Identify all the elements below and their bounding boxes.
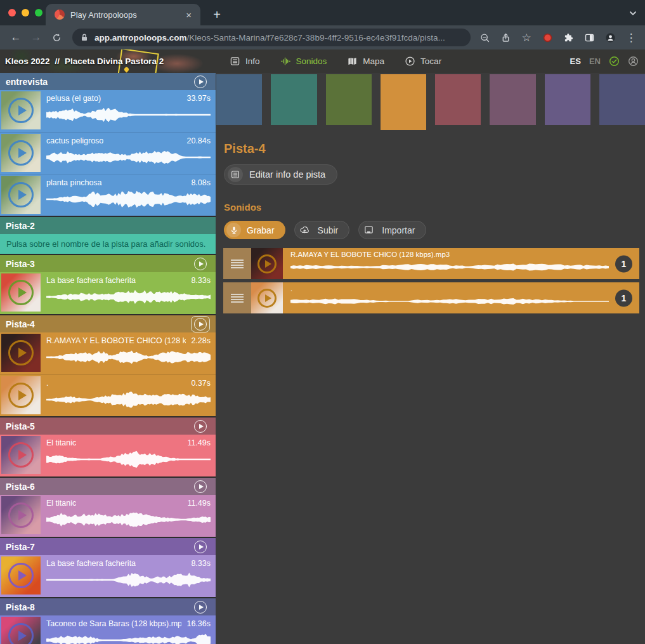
play-overlay-icon[interactable] — [8, 182, 34, 207]
reload-button[interactable] — [47, 28, 66, 47]
play-overlay-icon[interactable] — [8, 442, 34, 468]
forward-button[interactable]: → — [27, 28, 46, 47]
record-extension-icon[interactable] — [538, 28, 556, 47]
track-swatch-4[interactable] — [381, 74, 426, 130]
sound-thumbnail[interactable] — [251, 248, 283, 279]
sidebar-sound-row[interactable]: Taconeo de Sara Baras (128 kbps).mp316.3… — [0, 615, 216, 644]
zoom-out-icon[interactable] — [476, 28, 493, 47]
tab-search-chevron-icon[interactable] — [627, 8, 639, 19]
sidebar-sound-row[interactable]: pelusa (el gato)33.97s — [0, 90, 216, 132]
track-play-button[interactable] — [191, 74, 210, 90]
play-overlay-icon[interactable] — [257, 289, 277, 308]
track-header[interactable]: Pista-2 — [0, 217, 216, 234]
track-play-button[interactable] — [191, 256, 210, 272]
sound-thumbnail[interactable] — [1, 617, 41, 644]
session-check-icon[interactable] — [609, 56, 620, 67]
sidebar-sound-row[interactable]: El titanic11.49s — [0, 495, 216, 537]
browser-menu-icon[interactable]: ⋮ — [622, 28, 640, 47]
track-header[interactable]: Pista-6 — [0, 478, 216, 495]
lang-es-button[interactable]: ES — [570, 56, 581, 66]
play-overlay-icon[interactable] — [8, 140, 34, 166]
close-window-button[interactable] — [8, 9, 16, 16]
play-overlay-icon[interactable] — [8, 340, 34, 365]
track-swatch-8[interactable] — [599, 74, 645, 125]
address-bar[interactable]: app.antropoloops.com/Kleos-Santa-Marina/… — [72, 29, 471, 46]
nav-tab-mapa[interactable]: Mapa — [347, 56, 384, 67]
track-swatch-2[interactable] — [271, 74, 316, 125]
sound-thumbnail[interactable] — [251, 282, 283, 313]
drag-handle[interactable] — [223, 248, 251, 279]
minimize-window-button[interactable] — [22, 9, 29, 16]
sound-thumbnail[interactable] — [1, 176, 41, 214]
sound-thumbnail[interactable] — [1, 436, 41, 474]
play-overlay-icon[interactable] — [8, 623, 34, 644]
browser-tab[interactable]: Play Antropoloops × — [46, 4, 200, 25]
play-overlay-icon[interactable] — [8, 280, 34, 305]
sound-row-body: La base fachera facherita8.33s — [41, 556, 212, 596]
play-overlay-icon[interactable] — [8, 563, 34, 588]
track-sound-row[interactable]: R.AMAYA Y EL BOBOTE CHICO (128 kbps).mp3… — [223, 248, 639, 279]
play-overlay-icon[interactable] — [257, 254, 277, 273]
sidebar-sound-row[interactable]: La base fachera facherita8.33s — [0, 555, 216, 597]
sidebar-sound-row[interactable]: R.AMAYA Y EL BOBOTE CHICO (128 kbps)....… — [0, 332, 216, 374]
sidebar-sound-row[interactable]: .0.37s — [0, 374, 216, 416]
play-overlay-icon[interactable] — [8, 383, 34, 408]
drag-handle[interactable] — [223, 282, 251, 313]
track-play-button[interactable] — [191, 316, 210, 332]
track-header[interactable]: Pista-8 — [0, 598, 216, 615]
record-button[interactable]: Grabar — [224, 221, 285, 239]
account-icon[interactable] — [628, 56, 639, 67]
track-swatch-1[interactable] — [216, 74, 262, 125]
sound-thumbnail[interactable] — [1, 134, 41, 172]
track-sound-row[interactable]: .1 — [223, 282, 639, 313]
play-overlay-icon[interactable] — [8, 503, 34, 528]
nav-tab-tocar[interactable]: Tocar — [405, 56, 441, 67]
sound-row-body: El titanic11.49s — [41, 496, 212, 536]
sound-title: . — [46, 379, 48, 388]
tab-close-icon[interactable]: × — [183, 9, 194, 21]
nav-tab-info[interactable]: Info — [230, 56, 260, 67]
sidebar-sound-row[interactable]: cactus peligroso20.84s — [0, 132, 216, 174]
track-swatch-3[interactable] — [326, 74, 372, 125]
upload-button[interactable]: Subir — [294, 221, 350, 239]
play-overlay-icon[interactable] — [8, 98, 34, 123]
back-button[interactable]: ← — [6, 28, 25, 47]
sound-thumbnail[interactable] — [1, 91, 41, 129]
import-button[interactable]: Importar — [358, 221, 426, 239]
profile-avatar[interactable] — [601, 28, 619, 47]
sidebar-sound-row[interactable]: El titanic11.49s — [0, 435, 216, 476]
track-header[interactable]: Pista-5 — [0, 417, 216, 435]
sound-thumbnail[interactable] — [1, 273, 41, 312]
sound-thumbnail[interactable] — [1, 496, 41, 534]
track-header[interactable]: Pista-4 — [0, 315, 216, 332]
track-swatch-6[interactable] — [490, 74, 535, 125]
extensions-puzzle-icon[interactable] — [559, 28, 577, 47]
track-play-button[interactable] — [191, 599, 210, 615]
sound-title: . — [290, 285, 609, 292]
track-play-button[interactable] — [191, 478, 210, 495]
sidebar-sound-row[interactable]: planta pinchosa8.08s — [0, 174, 216, 216]
share-icon[interactable] — [497, 28, 514, 47]
new-tab-button[interactable]: + — [208, 6, 226, 23]
track-play-button[interactable] — [191, 418, 210, 435]
fullscreen-window-button[interactable] — [35, 9, 42, 16]
sound-thumbnail[interactable] — [1, 556, 41, 595]
track-swatch-7[interactable] — [545, 74, 590, 125]
track-header[interactable]: entrevista — [0, 73, 216, 90]
lang-en-button[interactable]: EN — [589, 56, 601, 66]
edit-track-info-button[interactable]: Editar info de pista — [224, 164, 337, 185]
track-header[interactable]: Pista-7 — [0, 538, 216, 555]
bookmark-star-icon[interactable]: ☆ — [518, 28, 535, 47]
track-section-Pista-5: Pista-5El titanic11.49s — [0, 417, 216, 476]
side-panel-icon[interactable] — [580, 28, 598, 47]
play-icon — [194, 420, 207, 433]
track-header[interactable]: Pista-3 — [0, 255, 216, 272]
nav-tab-sonidos[interactable]: Sonidos — [280, 56, 327, 67]
lock-icon — [80, 33, 89, 42]
track-swatch-5[interactable] — [435, 74, 481, 125]
track-play-button[interactable] — [191, 539, 210, 555]
tab-title: Play Antropoloops — [70, 10, 178, 20]
sound-thumbnail[interactable] — [1, 376, 41, 414]
sidebar-sound-row[interactable]: La base fachera facherita8.33s — [0, 272, 216, 314]
sound-thumbnail[interactable] — [1, 334, 41, 372]
